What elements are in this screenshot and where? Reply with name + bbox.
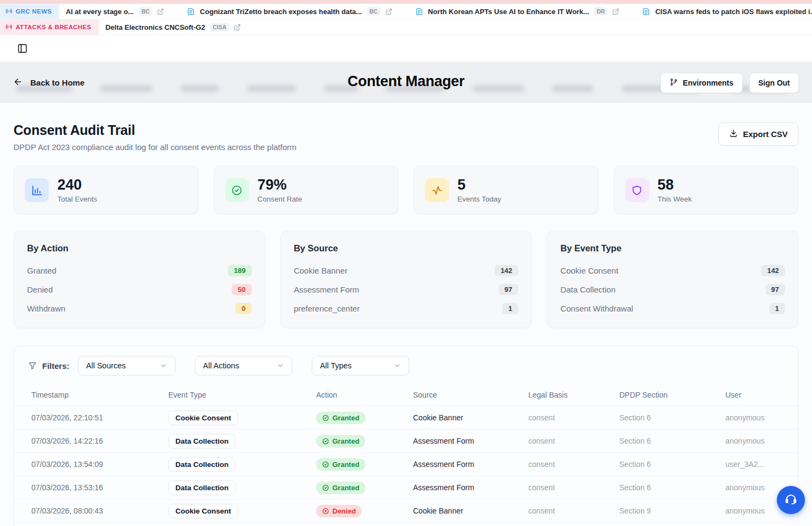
ticker-headline[interactable]: North Korean APTs Use AI to Enhance IT W…: [415, 7, 620, 16]
stat-icon: [625, 178, 649, 202]
cell-user: anonymous: [725, 437, 798, 445]
table-row[interactable]: 06/03/2026, 23:54:16 Cookie Consent Gran…: [14, 522, 798, 526]
ticker-label-grc-news: GRC NEWS: [0, 4, 59, 19]
stats-row: 240 Total Events 79% Consent Rate 5 Even…: [14, 166, 798, 215]
col-header-event-type: Event Type: [168, 391, 316, 399]
breakdown-item-label: Assessment Form: [294, 285, 359, 294]
environments-label: Environments: [683, 79, 733, 87]
ticker-row-attacks: ATTACKS & BREACHES Delta Electronics CNC…: [0, 20, 812, 35]
support-fab-button[interactable]: [777, 486, 805, 514]
cell-legal-basis: consent: [528, 413, 619, 422]
ticker-headline[interactable]: AI at every stage o... BC: [66, 7, 164, 16]
breakdown-item-label: Data Collection: [560, 285, 615, 294]
breakdown-title: By Event Type: [560, 243, 785, 254]
breakdown-item: Withdrawn 0: [27, 299, 252, 318]
cell-timestamp: 07/03/2026, 08:00:43: [31, 506, 168, 515]
cell-dpdp-section: Section 6: [619, 413, 725, 422]
table-row[interactable]: 07/03/2026, 13:53:16 Data Collection Gra…: [14, 476, 798, 499]
table-row[interactable]: 07/03/2026, 22:10:51 Cookie Consent Gran…: [14, 406, 798, 429]
filter-dropdown-value: All Sources: [86, 361, 126, 370]
breakdown-item: Cookie Consent 142: [560, 261, 785, 280]
filter-dropdown[interactable]: All Actions: [195, 356, 292, 375]
broadcast-icon: [5, 8, 12, 16]
cell-legal-basis: consent: [528, 483, 619, 492]
breakdown-item-label: Consent Withdrawal: [560, 304, 633, 313]
cell-legal-basis: consent: [528, 437, 619, 445]
document-icon: [642, 8, 650, 16]
ticker-headline[interactable]: Cognizant TriZetto breach exposes health…: [187, 7, 392, 16]
col-header-dpdp-section: DPDP Section: [619, 391, 725, 399]
action-label: Denied: [332, 507, 356, 515]
table-header-row: Timestamp Event Type Action Source Legal…: [14, 384, 798, 406]
filter-dropdown-value: All Actions: [203, 361, 239, 370]
cell-dpdp-section: Section 6: [619, 483, 725, 492]
action-badge: Granted: [316, 458, 365, 471]
ticker-label-text: GRC NEWS: [16, 8, 51, 15]
filter-dropdown[interactable]: All Sources: [78, 356, 175, 375]
count-badge: 142: [761, 265, 785, 276]
breakdown-item-label: Cookie Consent: [560, 266, 618, 275]
headset-icon: [784, 492, 797, 508]
external-link-icon[interactable]: [385, 8, 392, 15]
ticker-headline-text: Cognizant TriZetto breach exposes health…: [200, 8, 362, 16]
cell-source: Assessment Form: [413, 460, 528, 469]
source-badge: DR: [594, 7, 607, 16]
stat-label: This Week: [658, 195, 692, 203]
breakdown-item-label: Granted: [27, 266, 56, 275]
breakdown-card: By Action Granted 189 Denied 50 Withdraw…: [14, 231, 265, 328]
sign-out-button[interactable]: Sign Out: [749, 73, 799, 93]
filter-selects: All Sources All Actions All Types: [78, 356, 409, 375]
cell-timestamp: 07/03/2026, 14:22:16: [31, 437, 168, 445]
breakdown-item: Granted 189: [27, 261, 252, 280]
cell-dpdp-section: Section 6: [619, 460, 725, 469]
breakdown-row: By Action Granted 189 Denied 50 Withdraw…: [14, 231, 798, 328]
count-badge: 189: [228, 265, 252, 276]
chevron-down-icon: [160, 362, 167, 369]
source-badge: BC: [366, 7, 380, 16]
ticker-headline[interactable]: Delta Electronics CNCSoft-G2 CISA: [106, 23, 241, 31]
filter-dropdown[interactable]: All Types: [312, 356, 409, 375]
action-status-icon: [322, 461, 329, 468]
breakdown-item: preference_center 1: [294, 299, 519, 318]
cell-user: user_3A2...: [725, 460, 798, 469]
action-label: Granted: [332, 414, 359, 422]
external-link-icon[interactable]: [157, 8, 164, 15]
stat-label: Consent Rate: [258, 195, 303, 203]
count-badge: 142: [495, 265, 519, 276]
export-csv-button[interactable]: Export CSV: [718, 122, 798, 146]
count-badge: 0: [235, 303, 251, 314]
table-row[interactable]: 07/03/2026, 14:22:16 Data Collection Gra…: [14, 429, 798, 452]
table-row[interactable]: 07/03/2026, 08:00:43 Cookie Consent Deni…: [14, 499, 798, 522]
action-status-icon: [322, 508, 329, 515]
col-header-source: Source: [413, 391, 528, 399]
environments-button[interactable]: Environments: [660, 73, 742, 93]
ticker-headline[interactable]: CISA warns feds to patch iOS flaws explo…: [642, 8, 812, 16]
table-row[interactable]: 07/03/2026, 13:54:09 Data Collection Gra…: [14, 452, 798, 476]
cell-source: Assessment Form: [413, 437, 528, 445]
sidebar-toggle-icon[interactable]: [17, 43, 28, 54]
cell-legal-basis: consent: [528, 460, 619, 469]
action-badge: Granted: [316, 435, 365, 447]
source-badge: BC: [139, 7, 152, 16]
stat-label: Events Today: [457, 195, 501, 203]
stat-card: 79% Consent Rate: [214, 166, 399, 215]
filter-icon: [28, 361, 37, 370]
col-header-timestamp: Timestamp: [31, 391, 168, 399]
event-type-chip: Data Collection: [168, 457, 235, 472]
table-body: 07/03/2026, 22:10:51 Cookie Consent Gran…: [14, 406, 798, 526]
count-badge: 1: [769, 303, 785, 314]
document-icon: [415, 8, 423, 16]
ticker-headline-text: CISA warns feds to patch iOS flaws explo…: [655, 8, 812, 16]
action-status-icon: [322, 438, 329, 445]
ticker-label-text: ATTACKS & BREACHES: [16, 24, 91, 30]
external-link-icon[interactable]: [612, 8, 619, 15]
ticker-headline-text: Delta Electronics CNCSoft-G2: [106, 23, 205, 31]
breakdown-title: By Source: [294, 243, 519, 254]
cell-dpdp-section: Section 9: [619, 506, 725, 515]
broadcast-icon: [5, 23, 12, 31]
filter-dropdown-value: All Types: [320, 361, 352, 370]
cell-source: Cookie Banner: [413, 506, 528, 515]
breakdown-list: Cookie Consent 142 Data Collection 97 Co…: [560, 261, 785, 318]
cell-legal-basis: consent: [528, 506, 619, 515]
external-link-icon[interactable]: [234, 24, 241, 31]
